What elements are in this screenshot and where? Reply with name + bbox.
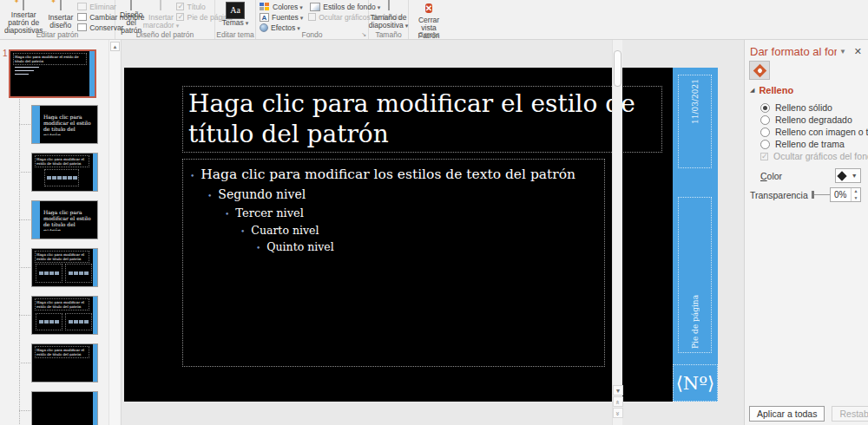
solid-fill-radio[interactable]: Relleno sólido [760, 102, 832, 113]
footer-text: Pie de página [691, 291, 700, 352]
bullet-icon: • [225, 206, 229, 223]
spin-up-icon[interactable]: ▲ [852, 188, 860, 195]
footer-placeholder[interactable]: Pie de página [678, 197, 712, 353]
ribbon-group-editar-patron: ✦ Insertar patrón de diapositivas ✦ Inse… [0, 0, 115, 39]
fill-section-label: Relleno [759, 85, 793, 95]
insert-placeholder-label: Insertar marcador [143, 14, 179, 29]
thumbnail-slide-master[interactable]: Haga clic para modificar el estilo de tí… [9, 49, 96, 98]
main-vertical-scrollbar[interactable]: ▼ « » [612, 40, 622, 425]
powerpoint-slide-master-view: ✦ Insertar patrón de diapositivas ✦ Inse… [0, 0, 868, 425]
transparency-spinbox[interactable]: 0% ▲▼ [830, 187, 861, 202]
thumb-title-text: Haga clic para modificar el estilo de tí… [35, 251, 89, 263]
ribbon: ✦ Insertar patrón de diapositivas ✦ Inse… [0, 0, 868, 40]
thumb-title-text: Haga clic para modificar el estilo de tí… [43, 113, 92, 135]
spin-down-icon[interactable]: ▼ [852, 195, 860, 202]
insert-slide-master-icon: ✦ [16, 2, 31, 10]
slider-thumb[interactable] [812, 191, 814, 199]
connector-stub [19, 219, 30, 220]
connector-stub [19, 363, 30, 363]
thumb-title-text: Haga clic para modificar el estilo de tí… [35, 346, 89, 358]
themes-label: Temas [222, 19, 249, 27]
thumb-blue-bar [89, 51, 95, 96]
gradient-fill-radio[interactable]: Relleno degradado [760, 114, 852, 125]
insert-slide-master-button[interactable]: ✦ Insertar patrón de diapositivas [2, 1, 45, 30]
group-label-editar-patron: Editar patrón [0, 30, 115, 39]
radio-selected-icon [760, 103, 770, 113]
fill-tab-button[interactable] [749, 61, 770, 80]
hide-background-graphics-checkbox: Ocultar gráficos del fondo [760, 151, 868, 161]
connector-stub [19, 124, 30, 125]
gradient-fill-label: Relleno degradado [775, 114, 852, 125]
ribbon-group-fondo: Colores A Fuentes Efectos Estilos de fon… [256, 0, 369, 39]
colors-label: Colores [273, 3, 303, 11]
previous-slide-icon[interactable]: « [613, 396, 623, 407]
group-label-tamano: Tamaño [369, 30, 408, 39]
radio-icon [760, 140, 770, 149]
body-placeholder[interactable]: •Haga clic para modificar los estilos de… [182, 159, 605, 367]
theme-accent-bar: 11/03/2021 Pie de página ⟨Nº⟩ [673, 68, 718, 402]
thumb-blue-bar [93, 344, 97, 382]
thumbnail-section-header-layout[interactable]: Haga clic para modificar el estilo de tí… [31, 200, 98, 239]
thumbnail-title-slide-layout[interactable]: Haga clic para modificar el estilo de tí… [31, 105, 98, 144]
color-label-rest: olor [767, 171, 783, 181]
thumb-title-text: Haga clic para modificar el estilo de tí… [13, 53, 87, 65]
bullet-level-5: •Quinto nivel [256, 239, 601, 256]
color-picker-button[interactable]: ▼ [835, 168, 861, 183]
slide-master-canvas[interactable]: Haga clic para modificar el estilo de tí… [124, 68, 718, 402]
apply-to-all-button[interactable]: Aplicar a todas [749, 406, 825, 422]
slide-editing-canvas: Haga clic para modificar el estilo de tí… [122, 40, 733, 425]
themes-button[interactable]: Aa Temas [220, 1, 252, 30]
thumb-content-placeholder [36, 264, 62, 283]
thumbnail-blank-layout[interactable] [31, 391, 98, 425]
bullet-level-2: •Segundo nivel [207, 186, 601, 205]
thumbnail-title-only-layout[interactable]: Haga clic para modificar el estilo de tí… [31, 343, 98, 382]
master-layout-button[interactable]: Diseño del patrón [117, 1, 145, 30]
thumbnail-comparison-layout[interactable]: Haga clic para modificar el estilo de tí… [31, 296, 98, 335]
scrollbar-thumb[interactable] [614, 50, 621, 87]
thumb-title-text: Haga clic para modificar el estilo de tí… [43, 208, 92, 231]
color-label: Color [760, 171, 782, 181]
thumbnail-scroll-up-icon[interactable]: ▲ [110, 42, 120, 51]
footers-checkbox-icon [176, 13, 184, 21]
checkbox-icon [760, 153, 768, 160]
insert-layout-button[interactable]: ✦ Insertar diseño [45, 1, 76, 30]
thumbnail-two-content-layout[interactable]: Haga clic para modificar el estilo de tí… [31, 248, 98, 287]
fill-section-header[interactable]: ◢ Relleno [750, 85, 793, 95]
radio-icon [760, 128, 770, 137]
pattern-fill-radio[interactable]: Relleno de trama [760, 139, 845, 149]
fondo-dialog-launcher-icon[interactable]: ↘ [361, 31, 366, 38]
bullet-icon: • [207, 187, 212, 205]
thumb-blue-bar [93, 392, 97, 425]
scroll-down-icon[interactable]: ▼ [613, 385, 623, 396]
title-placeholder[interactable]: Haga clic para modificar el estilo de tí… [182, 86, 662, 153]
pane-title: Dar formato al fondo [750, 45, 837, 58]
next-slide-icon[interactable]: » [613, 408, 623, 418]
close-master-view-button[interactable]: ✕ Cerrar vista Patrón [411, 1, 447, 30]
thumb-blue-bar [93, 154, 97, 191]
thumbnail-title-content-layout[interactable]: Haga clic para modificar el estilo de tí… [31, 153, 98, 192]
title-checkbox-label: Título [187, 3, 205, 11]
thumb-content-placeholder [44, 169, 79, 186]
slide-number-placeholder[interactable]: ⟨Nº⟩ [673, 364, 718, 402]
transparency-label: Transparencia [750, 190, 808, 200]
pane-options-chevron-icon[interactable]: ▼ [839, 48, 846, 56]
fonts-button[interactable]: A Fuentes [258, 12, 305, 22]
connector-stub [19, 315, 30, 316]
date-placeholder[interactable]: 11/03/2021 [678, 75, 712, 168]
bullet-icon: • [190, 167, 194, 186]
slide-size-button[interactable]: Tamaño de diapositiva [366, 1, 411, 30]
delete-icon [77, 3, 87, 10]
picture-fill-radio[interactable]: Relleno con imagen o textura [760, 127, 868, 137]
layout-connector-line [19, 99, 20, 425]
bullet-icon: • [256, 240, 260, 256]
bullet-level-4: •Cuarto nivel [240, 223, 601, 239]
ribbon-group-cerrar: ✕ Cerrar vista Patrón Cerrar [409, 0, 449, 39]
thumb-content-placeholder [65, 313, 92, 330]
thumb-blue-bar [93, 249, 97, 286]
pane-close-icon[interactable]: ✕ [852, 46, 865, 57]
thumbnail-scrollbar[interactable]: ▲ [108, 40, 120, 425]
slide-size-label: Tamaño de diapositiva [369, 14, 409, 29]
bullet-level-3: •Tercer nivel [225, 205, 601, 223]
colors-button[interactable]: Colores [258, 2, 305, 11]
ribbon-group-diseno-patron: Diseño del patrón Insertar marcador Títu… [115, 0, 215, 39]
